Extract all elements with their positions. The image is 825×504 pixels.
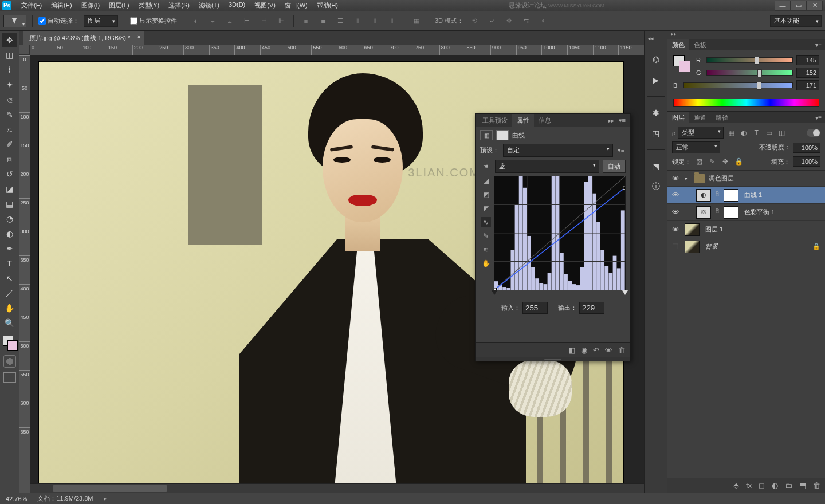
tab-paths[interactable]: 路径	[711, 112, 733, 124]
menu-3d[interactable]: 3D(D)	[225, 0, 249, 11]
sample-gray-icon[interactable]: ◩	[481, 190, 491, 200]
lasso-tool[interactable]: ⌇	[2, 63, 17, 77]
lock-transparent-icon[interactable]: ▨	[694, 156, 704, 167]
blend-mode-dropdown[interactable]: 正常	[672, 141, 720, 153]
tab-info[interactable]: 信息	[534, 114, 556, 127]
filter-pixel-icon[interactable]: ▦	[726, 128, 736, 138]
menu-filter[interactable]: 滤镜(T)	[195, 0, 223, 11]
show-transform-checkbox[interactable]: 显示变换控件	[130, 17, 177, 25]
new-group-icon[interactable]: 🗀	[785, 481, 792, 490]
clip-to-layer-icon[interactable]: ◧	[568, 346, 575, 355]
layer-group[interactable]: 👁 ▾ 调色图层	[667, 171, 825, 187]
type-tool[interactable]: T	[2, 257, 17, 270]
r-slider[interactable]	[706, 57, 793, 63]
channel-dropdown[interactable]: 蓝	[495, 160, 599, 173]
adjustments-icon[interactable]: ⬔	[649, 159, 663, 173]
menu-type[interactable]: 类型(Y)	[135, 0, 164, 11]
reset-icon[interactable]: ↶	[593, 346, 599, 355]
eraser-tool[interactable]: ◪	[2, 182, 17, 196]
history-brush-tool[interactable]: ↺	[2, 167, 17, 181]
align-right-icon[interactable]: ⊩	[275, 15, 288, 27]
align-left-icon[interactable]: ⊢	[241, 15, 253, 27]
blur-tool[interactable]: ◔	[2, 212, 17, 226]
menu-edit[interactable]: 编辑(E)	[47, 0, 76, 11]
layer-color-balance[interactable]: 👁 ⚖ ⎘ 色彩平衡 1	[667, 204, 825, 221]
character-icon[interactable]: ✱	[649, 106, 663, 120]
canvas-viewport[interactable]: 0501001502002503003504004505005506006507…	[19, 45, 644, 493]
ruler-origin[interactable]	[19, 45, 30, 55]
filter-toggle[interactable]	[807, 129, 820, 137]
brush-tool[interactable]: ✐	[2, 137, 17, 151]
tool-preset-picker[interactable]	[3, 15, 26, 27]
opacity-value[interactable]: 100%	[793, 143, 820, 153]
visibility-toggle[interactable]: 👁	[670, 208, 681, 216]
distribute-vcenter-icon[interactable]: ≣	[317, 15, 329, 27]
preset-menu-icon[interactable]: ▾≡	[616, 147, 626, 154]
align-vcenter-icon[interactable]: ⫟	[206, 15, 219, 27]
hand-tool[interactable]: ✋	[2, 301, 17, 315]
move-tool[interactable]: ✥	[2, 33, 17, 47]
panel-resize-grip[interactable]	[476, 357, 630, 361]
color-fg-bg-swatch[interactable]	[673, 55, 690, 72]
tab-swatches[interactable]: 色板	[689, 39, 711, 51]
b-slider[interactable]	[683, 82, 793, 88]
expand-strip-icon[interactable]: ◂◂	[645, 36, 654, 41]
dodge-tool[interactable]: ◐	[2, 227, 17, 241]
curves-input-field[interactable]	[522, 302, 548, 314]
quick-mask-toggle[interactable]	[3, 355, 16, 368]
curves-graph[interactable]	[494, 176, 626, 290]
layers-panel-menu-icon[interactable]: ▾≡	[812, 115, 825, 121]
document-tab[interactable]: 原片.jpg @ 42.8% (曲线 1, RGB/8) *×	[23, 31, 144, 45]
visibility-toggle[interactable]: 👁	[670, 191, 681, 199]
3d-orbit-icon[interactable]: ⟲	[468, 15, 481, 27]
navigator-icon[interactable]: ▶	[649, 73, 663, 87]
clone-stamp-tool[interactable]: ⧈	[2, 152, 17, 166]
filter-adjust-icon[interactable]: ◐	[738, 128, 749, 138]
tab-properties[interactable]: 属性	[512, 114, 534, 127]
horizontal-scrollbar[interactable]	[30, 483, 644, 493]
histogram-icon[interactable]: ⌬	[649, 53, 663, 66]
close-button[interactable]: ✕	[807, 1, 823, 11]
auto-select-checkbox[interactable]: 自动选择：	[38, 17, 79, 25]
curves-output-field[interactable]	[579, 302, 604, 314]
distribute-hcenter-icon[interactable]: ⦀	[368, 15, 381, 27]
curve-smooth-icon[interactable]: ≋	[481, 245, 491, 255]
3d-pan-icon[interactable]: ✥	[502, 15, 515, 27]
b-value[interactable]: 171	[796, 80, 819, 90]
distribute-left-icon[interactable]: ⦀	[351, 15, 364, 27]
auto-button[interactable]: 自动	[603, 160, 626, 173]
color-spectrum[interactable]	[673, 99, 819, 107]
ruler-horizontal[interactable]: 0501001502002503003504004505005506006507…	[30, 45, 644, 55]
layer-style-icon[interactable]: fx	[746, 481, 752, 490]
sample-black-icon[interactable]: ◢	[481, 176, 491, 186]
visibility-toggle[interactable]: ☐	[670, 242, 681, 251]
menu-select[interactable]: 选择(S)	[164, 0, 194, 11]
distribute-top-icon[interactable]: ≡	[300, 15, 312, 27]
menu-image[interactable]: 图像(I)	[77, 0, 104, 11]
tab-color[interactable]: 颜色	[667, 39, 689, 51]
minimize-button[interactable]: —	[775, 1, 791, 11]
distribute-bottom-icon[interactable]: ☰	[334, 15, 347, 27]
swatches-icon[interactable]: ◳	[649, 127, 663, 140]
layer-filter-kind[interactable]: 类型	[678, 127, 724, 139]
menu-window[interactable]: 窗口(W)	[281, 0, 312, 11]
zoom-tool[interactable]: 🔍	[2, 316, 17, 330]
magic-wand-tool[interactable]: ✦	[2, 78, 17, 92]
delete-adjustment-icon[interactable]: 🗑	[618, 346, 626, 355]
gradient-tool[interactable]: ▤	[2, 197, 17, 211]
3d-slide-icon[interactable]: ⇆	[520, 15, 532, 27]
panel-menu-icon[interactable]: ▾≡	[616, 117, 628, 124]
lock-pixels-icon[interactable]: ✎	[707, 156, 717, 167]
path-select-tool[interactable]: ↖	[2, 271, 17, 285]
layer-curves[interactable]: 👁 ◐ ⎘ 曲线 1	[667, 187, 825, 204]
menu-help[interactable]: 帮助(H)	[313, 0, 342, 11]
3d-roll-icon[interactable]: ⤾	[485, 15, 498, 27]
sample-white-icon[interactable]: ◤	[481, 203, 491, 214]
zoom-level[interactable]: 42.76%	[6, 495, 27, 502]
filter-type-icon[interactable]: T	[751, 128, 761, 138]
layer-background[interactable]: ☐ 背景 🔒	[667, 238, 825, 255]
status-menu-icon[interactable]: ▸	[104, 495, 107, 502]
layer-mask-thumb[interactable]	[724, 206, 738, 219]
preset-dropdown[interactable]: 自定	[503, 144, 613, 157]
g-value[interactable]: 152	[796, 68, 819, 78]
